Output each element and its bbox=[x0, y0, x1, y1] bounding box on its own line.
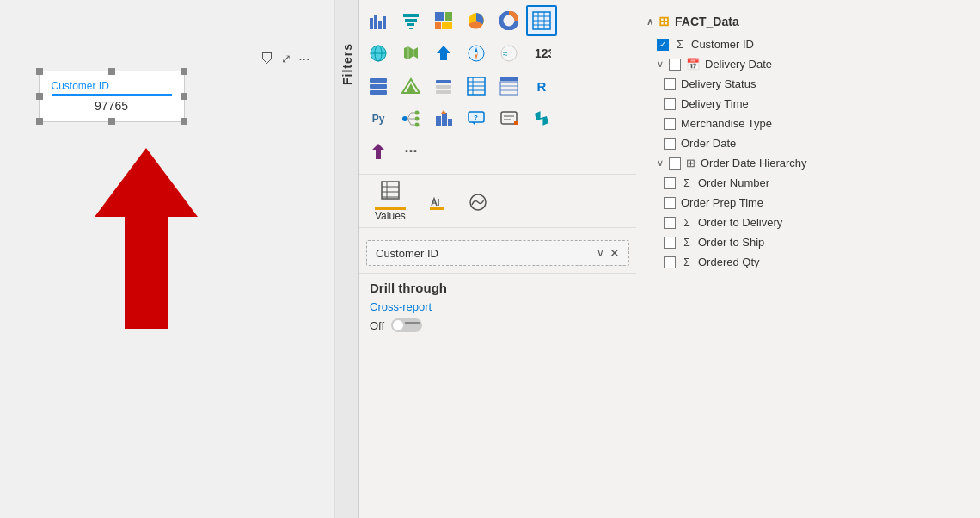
expand-canvas-icon[interactable]: ⤢ bbox=[281, 52, 291, 67]
azure-map-icon[interactable] bbox=[428, 38, 459, 69]
resize-handle-lm[interactable] bbox=[36, 93, 43, 100]
multirow-card-icon[interactable] bbox=[363, 71, 394, 102]
field-item-order-prep-time[interactable]: Order Prep Time bbox=[636, 193, 980, 213]
tab-values[interactable]: Values bbox=[366, 178, 414, 224]
tab-analytics[interactable] bbox=[459, 190, 497, 224]
fact-data-title: FACT_Data bbox=[675, 15, 739, 28]
table3-icon[interactable] bbox=[493, 71, 524, 102]
python-visual-icon[interactable]: Py bbox=[363, 103, 394, 134]
checkbox-order-to-ship[interactable] bbox=[664, 237, 676, 249]
field-item-ordered-qty[interactable]: Σ Ordered Qty bbox=[636, 252, 980, 272]
more-canvas-icon[interactable]: ··· bbox=[298, 52, 309, 67]
svg-rect-30 bbox=[370, 78, 387, 83]
resize-handle-tl[interactable] bbox=[36, 68, 43, 75]
svg-rect-44 bbox=[500, 82, 518, 95]
card-widget: Customer ID 97765 bbox=[39, 71, 185, 122]
bar-chart-icon[interactable] bbox=[363, 5, 394, 36]
svg-rect-2 bbox=[374, 15, 377, 29]
svg-rect-10 bbox=[445, 12, 452, 21]
svg-rect-43 bbox=[500, 77, 518, 81]
azure-map2-icon[interactable] bbox=[526, 103, 557, 134]
field-item-delivery-status[interactable]: Delivery Status bbox=[636, 74, 980, 94]
arcgis-icon[interactable]: ≈ bbox=[493, 38, 524, 69]
sigma-customer-id: Σ bbox=[674, 39, 686, 51]
svg-rect-68 bbox=[514, 121, 518, 125]
compass-icon[interactable] bbox=[461, 38, 492, 69]
checkbox-order-date[interactable] bbox=[664, 138, 676, 150]
table-grid-icon: ⊞ bbox=[658, 14, 670, 29]
values-tab-label: Values bbox=[375, 210, 406, 222]
card-label: Customer ID bbox=[52, 80, 172, 92]
resize-handle-br[interactable] bbox=[181, 118, 187, 125]
treemap-icon[interactable] bbox=[428, 5, 459, 36]
power-apps-icon[interactable] bbox=[363, 136, 394, 167]
viz-area: ≈ 123 bbox=[359, 0, 636, 518]
decomp-tree-icon[interactable] bbox=[395, 103, 426, 134]
table-visual-icon[interactable] bbox=[526, 5, 557, 36]
delivery-date-expand[interactable]: ∨ bbox=[657, 59, 664, 70]
checkbox-order-prep-time[interactable] bbox=[664, 197, 676, 209]
checkbox-order-date-hierarchy[interactable] bbox=[669, 157, 681, 170]
filter-canvas-icon[interactable]: ⛉ bbox=[260, 52, 274, 67]
field-name-ordered-qty: Ordered Qty bbox=[698, 256, 760, 268]
globe-map-icon[interactable] bbox=[363, 38, 394, 69]
donut-chart-icon[interactable] bbox=[493, 5, 524, 36]
field-item-order-date[interactable]: Order Date bbox=[636, 133, 980, 153]
fact-data-collapse-icon[interactable]: ∧ bbox=[646, 16, 653, 28]
field-item-order-to-ship[interactable]: Σ Order to Ship bbox=[636, 232, 980, 252]
field-item-order-number[interactable]: Σ Order Number bbox=[636, 173, 980, 193]
viz-bottom-tabs: Values bbox=[359, 175, 636, 228]
checkbox-merchandise-type[interactable] bbox=[664, 118, 676, 130]
svg-marker-60 bbox=[440, 110, 447, 114]
filled-map-icon[interactable] bbox=[395, 38, 426, 69]
filters-sidebar: Filters bbox=[335, 0, 359, 518]
toggle-off-label: Off bbox=[370, 319, 384, 332]
checkbox-order-number[interactable] bbox=[664, 177, 676, 189]
checkbox-delivery-date[interactable] bbox=[669, 59, 681, 71]
field-item-customer-id[interactable]: ✓ Σ Customer ID bbox=[636, 34, 980, 54]
field-item-delivery-date[interactable]: ∨ 📅 Delivery Date bbox=[636, 54, 980, 74]
svg-rect-59 bbox=[448, 119, 452, 126]
checkbox-ordered-qty[interactable] bbox=[664, 256, 676, 268]
smart-narrative-icon[interactable] bbox=[493, 103, 524, 134]
checkbox-customer-id[interactable]: ✓ bbox=[657, 39, 669, 51]
matrix-icon-v[interactable] bbox=[461, 71, 492, 102]
checkbox-order-to-delivery[interactable] bbox=[664, 217, 676, 229]
tab-format[interactable] bbox=[418, 190, 456, 224]
resize-handle-bl[interactable] bbox=[36, 118, 43, 125]
svg-rect-36 bbox=[436, 85, 451, 89]
resize-handle-tr[interactable] bbox=[181, 68, 187, 75]
drill-toggle[interactable] bbox=[391, 318, 422, 332]
pie-chart-icon[interactable] bbox=[461, 5, 492, 36]
checkbox-delivery-time[interactable] bbox=[664, 98, 676, 110]
r-visual-icon[interactable]: R bbox=[526, 71, 557, 102]
slicer-icon[interactable] bbox=[428, 71, 459, 102]
kpi-icon[interactable] bbox=[395, 71, 426, 102]
resize-handle-bm[interactable] bbox=[108, 118, 115, 125]
field-chevron-icon[interactable]: ∨ bbox=[597, 247, 604, 259]
svg-rect-70 bbox=[382, 182, 399, 199]
field-remove-icon[interactable]: ✕ bbox=[609, 246, 620, 260]
filters-label: Filters bbox=[340, 43, 354, 85]
checkbox-delivery-status[interactable] bbox=[664, 78, 676, 90]
values-tab-icon bbox=[380, 180, 401, 205]
field-item-merchandise-type[interactable]: Merchandise Type bbox=[636, 114, 980, 133]
qa-visual-icon[interactable]: ? bbox=[461, 103, 492, 134]
resize-handle-rm[interactable] bbox=[181, 93, 187, 100]
order-hierarchy-expand[interactable]: ∨ bbox=[657, 157, 664, 169]
field-item-order-to-delivery[interactable]: Σ Order to Delivery bbox=[636, 213, 980, 232]
fields-panel: ∧ ⊞ FACT_Data ✓ Σ Customer ID ∨ 📅 Delive… bbox=[636, 0, 980, 518]
toggle-line-icon bbox=[405, 322, 420, 329]
number-card-icon[interactable]: 123 bbox=[526, 38, 557, 69]
funnel-chart-icon[interactable] bbox=[395, 5, 426, 36]
field-name-delivery-time: Delivery Time bbox=[681, 97, 749, 110]
more-visuals-icon[interactable]: ··· bbox=[395, 136, 426, 167]
resize-handle-tm[interactable] bbox=[108, 68, 115, 75]
ai-visual-icon[interactable] bbox=[428, 103, 459, 134]
svg-rect-35 bbox=[436, 80, 451, 83]
svg-text:123: 123 bbox=[535, 46, 551, 60]
field-item-order-date-hierarchy[interactable]: ∨ ⊞ Order Date Hierarchy bbox=[636, 153, 980, 173]
customer-id-field-box[interactable]: Customer ID ∨ ✕ bbox=[366, 240, 629, 266]
svg-rect-3 bbox=[378, 21, 382, 29]
field-item-delivery-time[interactable]: Delivery Time bbox=[636, 94, 980, 114]
